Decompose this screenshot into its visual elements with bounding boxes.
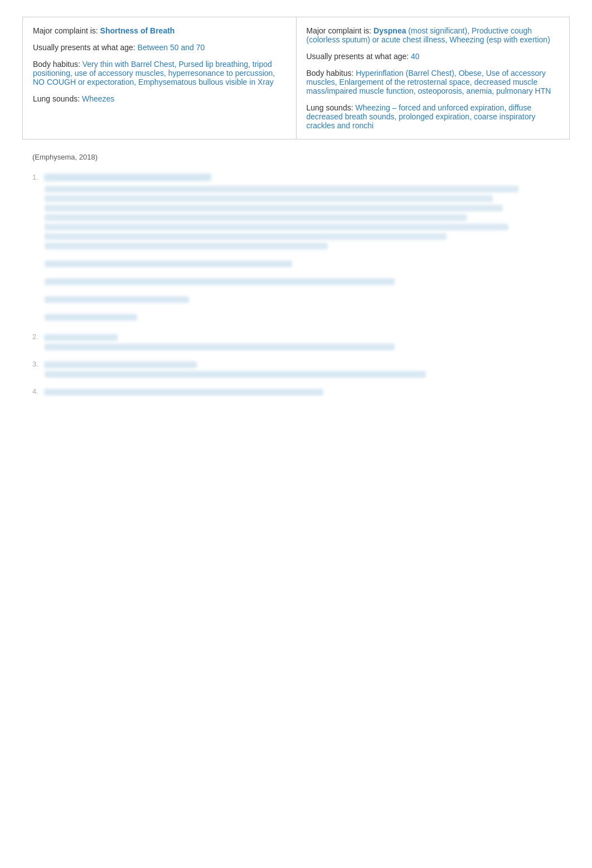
ref-item-4: 4. bbox=[32, 387, 560, 396]
left-age: Usually presents at what age: Between 50… bbox=[33, 43, 286, 52]
left-major-complaint: Major complaint is: Shortness of Breath bbox=[33, 26, 286, 35]
citation-text: (Emphysema, 2018) bbox=[22, 150, 570, 167]
ref-sub-4 bbox=[45, 312, 560, 321]
left-major-complaint-value: Shortness of Breath bbox=[100, 26, 175, 35]
ref-4-line bbox=[44, 389, 323, 396]
ref-3-num: 3. bbox=[32, 360, 38, 368]
left-major-complaint-label: Major complaint is: bbox=[33, 26, 100, 35]
left-column: Major complaint is: Shortness of Breath … bbox=[23, 17, 297, 139]
right-age: Usually presents at what age: 40 bbox=[307, 52, 560, 61]
ref-item-3: 3. bbox=[32, 359, 560, 378]
right-body-habitus-label: Body habitus: bbox=[307, 69, 356, 78]
ref-sub-1 bbox=[45, 258, 560, 267]
left-lung-sounds-label: Lung sounds: bbox=[33, 94, 82, 103]
right-body-habitus: Body habitus: Hyperinflation (Barrel Che… bbox=[307, 69, 560, 95]
left-lung-sounds: Lung sounds: Wheezes bbox=[33, 94, 286, 103]
ref-sub-3 bbox=[45, 294, 560, 303]
right-age-value: 40 bbox=[411, 52, 420, 61]
right-lung-sounds: Lung sounds: Wheezing – forced and unfor… bbox=[307, 103, 560, 130]
left-body-habitus: Body habitus: Very thin with Barrel Ches… bbox=[33, 60, 286, 86]
left-lung-sounds-value: Wheezes bbox=[82, 94, 114, 103]
ref-sub-2 bbox=[45, 276, 560, 285]
ref-2-body bbox=[45, 344, 560, 350]
ref-sub-3-line bbox=[45, 296, 189, 303]
ref-1-body bbox=[45, 186, 560, 249]
ref-sub-2-line bbox=[45, 278, 395, 285]
ref-3-heading bbox=[44, 361, 197, 368]
ref-sub-1-line bbox=[45, 261, 292, 267]
comparison-table: Major complaint is: Shortness of Breath … bbox=[22, 17, 570, 139]
ref-sub-4-line bbox=[45, 314, 137, 321]
right-major-complaint-bold: Dyspnea bbox=[373, 26, 406, 35]
ref-4-num: 4. bbox=[32, 387, 38, 396]
right-major-complaint: Major complaint is: Dyspnea (most signif… bbox=[307, 26, 560, 44]
references-section: 1. 2. 3. bbox=[22, 167, 570, 410]
left-age-value: Between 50 and 70 bbox=[138, 43, 205, 52]
right-lung-sounds-label: Lung sounds: bbox=[307, 103, 356, 112]
left-age-label: Usually presents at what age: bbox=[33, 43, 138, 52]
ref-3-line bbox=[45, 371, 426, 378]
ref-3-body bbox=[45, 371, 560, 378]
ref-2-short bbox=[44, 334, 118, 341]
ref-2-num: 2. bbox=[32, 332, 38, 341]
ref-item-1: 1. bbox=[32, 172, 560, 249]
right-major-complaint-label: Major complaint is: bbox=[307, 26, 374, 35]
right-column: Major complaint is: Dyspnea (most signif… bbox=[296, 17, 570, 139]
ref-1-heading bbox=[44, 173, 211, 181]
right-age-label: Usually presents at what age: bbox=[307, 52, 411, 61]
ref-item-2: 2. bbox=[32, 332, 560, 350]
ref-2-line bbox=[45, 344, 395, 350]
left-body-habitus-label: Body habitus: bbox=[33, 60, 83, 69]
ref-1-num: 1. bbox=[32, 173, 38, 181]
